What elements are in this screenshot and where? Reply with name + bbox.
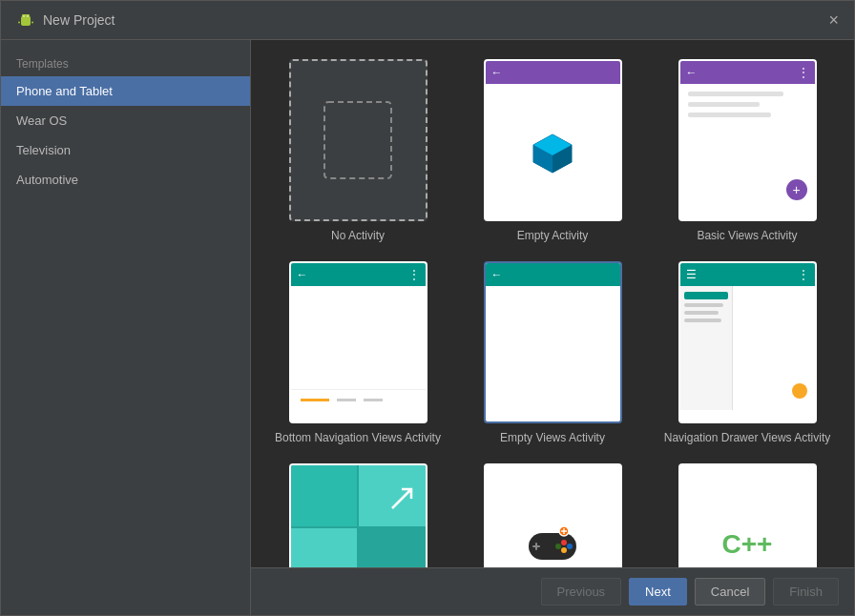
sidebar-section-label: Templates [1, 48, 250, 76]
svg-point-0 [23, 15, 25, 17]
finish-button[interactable]: Finish [773, 578, 839, 606]
menu-dots-icon: ⋮ [798, 66, 809, 79]
svg-rect-2 [324, 102, 391, 178]
no-activity-label: No Activity [331, 229, 385, 242]
sidebar-item-phone-tablet[interactable]: Phone and Tablet [1, 76, 250, 106]
cube-icon [529, 130, 576, 177]
sidebar-item-wear-os[interactable]: Wear OS [1, 106, 250, 135]
back-arrow-icon: ← [491, 66, 503, 79]
empty-views-label: Empty Views Activity [500, 431, 605, 444]
svg-point-11 [567, 544, 573, 549]
android-logo-icon [16, 10, 35, 30]
no-activity-icon [320, 97, 396, 183]
hamburger-icon: ☰ [686, 268, 697, 281]
previous-button[interactable]: Previous [541, 578, 622, 606]
main-area: No Activity ← [251, 40, 854, 615]
new-project-dialog: New Project × Templates Phone and Tablet… [0, 0, 855, 616]
cpp-icon: C++ [722, 529, 773, 560]
back-arrow-icon: ← [686, 66, 698, 79]
fab-icon: + [786, 179, 807, 200]
basic-views-label: Basic Views Activity [697, 229, 797, 242]
fab-icon [792, 383, 807, 399]
sidebar-item-automotive[interactable]: Automotive [1, 165, 250, 195]
dialog-content: Templates Phone and Tablet Wear OS Telev… [1, 40, 854, 615]
gamepad-icon [524, 524, 581, 566]
svg-point-13 [561, 547, 567, 553]
title-bar: New Project × [1, 1, 854, 40]
next-button[interactable]: Next [629, 578, 687, 606]
sidebar: Templates Phone and Tablet Wear OS Telev… [1, 40, 251, 615]
dialog-footer: Previous Next Cancel Finish [251, 567, 854, 615]
template-responsive-views[interactable]: Responsive Views Activity [270, 463, 446, 567]
back-arrow-icon: ← [491, 268, 503, 281]
svg-point-1 [27, 15, 29, 17]
menu-dots-icon: ⋮ [408, 268, 420, 281]
empty-activity-label: Empty Activity [517, 229, 589, 242]
menu-dots-icon: ⋮ [798, 268, 809, 281]
template-empty-views[interactable]: ← Empty Views Activity [465, 261, 640, 444]
templates-grid: No Activity ← [251, 40, 854, 567]
arrow-icon [387, 484, 416, 513]
template-bottom-nav[interactable]: ← ⋮ Bottom Navigation Views Activity [270, 261, 446, 444]
template-game-activity[interactable]: Game Activity [465, 463, 640, 567]
svg-point-12 [555, 544, 561, 549]
svg-rect-9 [532, 545, 540, 547]
template-no-activity[interactable]: No Activity [270, 59, 446, 242]
dialog-title: New Project [43, 12, 115, 28]
bottom-nav-label: Bottom Navigation Views Activity [275, 431, 441, 444]
svg-point-10 [561, 540, 567, 545]
template-basic-views[interactable]: ← ⋮ + Basic Views Activity [659, 59, 835, 242]
template-empty-activity[interactable]: ← Empty Activity [465, 59, 640, 242]
template-nav-drawer[interactable]: ☰ ⋮ Navigatio [659, 261, 835, 444]
back-arrow-icon: ← [297, 268, 308, 281]
template-cpp[interactable]: C++ Native C++ [659, 463, 835, 567]
close-button[interactable]: × [828, 11, 839, 29]
nav-drawer-label: Navigation Drawer Views Activity [664, 431, 831, 444]
cancel-button[interactable]: Cancel [695, 578, 765, 606]
sidebar-item-television[interactable]: Television [1, 135, 250, 165]
